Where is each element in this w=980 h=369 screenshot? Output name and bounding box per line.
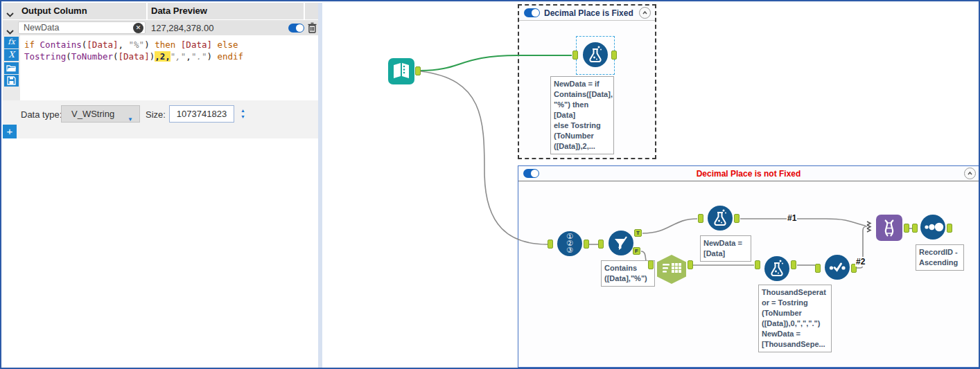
macro-input-anchor[interactable] <box>648 260 654 269</box>
multi-input-marker-icon <box>866 220 873 235</box>
flask-icon <box>764 256 789 281</box>
editor-toolbar: fx X <box>3 35 20 100</box>
delete-column-icon[interactable] <box>307 22 317 36</box>
column-divider <box>146 3 148 19</box>
collapse-icon[interactable] <box>964 168 976 179</box>
record-id-input-anchor[interactable] <box>548 240 553 249</box>
formula-fixed-annotation[interactable]: NewData = if Contains([Data], "%") then … <box>550 76 614 154</box>
sort-input-anchor[interactable] <box>912 224 918 233</box>
open-folder-icon[interactable] <box>4 62 19 74</box>
select-check-icon <box>825 255 850 280</box>
macro-output-anchor[interactable] <box>688 260 693 269</box>
container-decimal-not-fixed[interactable]: Decimal Place is not Fixed <box>518 165 979 368</box>
data-type-value: V_WString <box>71 109 114 119</box>
formula-bottom-output-anchor[interactable] <box>791 260 796 269</box>
formula-top-input-anchor[interactable] <box>698 214 703 223</box>
select-input-anchor[interactable] <box>815 264 821 273</box>
container-not-fixed-header: Decimal Place is not Fixed <box>518 166 979 181</box>
formula-top-output-anchor[interactable] <box>734 214 740 223</box>
flask-icon <box>583 42 608 67</box>
connection-1-label: #1 <box>787 213 797 223</box>
formula-line-1[interactable]: if Contains([Data], "%") then [Data] els… <box>24 39 238 50</box>
size-input[interactable]: 1073741823 <box>169 105 234 123</box>
sort-tool[interactable] <box>920 215 945 240</box>
data-type-label: Data type: <box>21 109 62 120</box>
filter-true-anchor[interactable]: T <box>634 229 642 237</box>
save-icon[interactable] <box>4 75 19 87</box>
record-id-output-anchor[interactable] <box>584 240 589 249</box>
record-id-icon: ① ② ③ <box>557 231 582 254</box>
output-field-row: NewData ✕ 127,284,378.00 <box>3 20 318 35</box>
dna-strands-icon <box>876 215 902 241</box>
book-icon <box>388 58 414 84</box>
text-input-tool[interactable] <box>388 58 414 84</box>
filter-false-anchor[interactable]: F <box>633 247 640 255</box>
data-type-dropdown[interactable]: V_WString ▼ <box>61 105 140 123</box>
column-enabled-toggle[interactable] <box>288 24 304 33</box>
clear-field-icon[interactable]: ✕ <box>133 23 143 33</box>
size-label: Size: <box>146 109 166 120</box>
filter-annotation[interactable]: Contains ([Data],"%") <box>601 260 655 287</box>
filter-tool[interactable] <box>609 231 633 255</box>
expression-editor[interactable]: fx X if Contains([Data], "%") then <box>3 35 318 100</box>
output-column-name-input[interactable]: NewData <box>18 21 146 34</box>
formula-bottom-input-anchor[interactable] <box>755 260 760 269</box>
fx-icon[interactable]: fx <box>4 37 19 48</box>
formula-config-panel: Output Column Data Preview NewData ✕ 127… <box>3 3 318 368</box>
filter-funnel-icon <box>609 231 633 255</box>
spin-up-icon[interactable]: ▲ <box>238 107 248 114</box>
container-fixed-title: Decimal Place is Fixed <box>544 8 633 18</box>
chevron-down-icon[interactable] <box>6 8 14 20</box>
formula-tool-top[interactable] <box>708 206 733 231</box>
formula-fixed-input-anchor[interactable] <box>572 51 578 60</box>
column-divider <box>304 3 305 19</box>
container-fixed-header: Decimal Place is Fixed <box>519 6 655 21</box>
add-expression-button[interactable]: + <box>3 125 17 138</box>
formula-bottom-annotation[interactable]: ThousandSeperat or = Tostring (ToNumber … <box>758 285 832 352</box>
formula-top-annotation[interactable]: NewData = [Data] <box>700 235 751 262</box>
container-not-fixed-title: Decimal Place is not Fixed <box>518 169 979 179</box>
record-id-tool[interactable]: ① ② ③ <box>557 231 582 256</box>
union-tool[interactable] <box>876 215 902 241</box>
connection-2-label: #2 <box>855 257 866 267</box>
flask-icon <box>708 206 733 231</box>
sort-output-anchor[interactable] <box>947 224 952 233</box>
select-tool[interactable] <box>825 255 850 280</box>
output-column-header: Output Column <box>21 6 87 16</box>
columns-header-row: Output Column Data Preview <box>3 3 318 19</box>
spin-down-icon[interactable]: ▼ <box>238 114 248 120</box>
data-type-band: Data type: V_WString ▼ Size: 1073741823 … <box>3 100 318 138</box>
text-input-output-anchor[interactable] <box>415 66 421 75</box>
sort-annotation[interactable]: RecordID - Ascending <box>916 244 964 271</box>
filter-input-anchor[interactable] <box>598 240 604 249</box>
sort-dots-icon <box>920 215 945 240</box>
alteryx-window: Output Column Data Preview NewData ✕ 127… <box>0 0 980 369</box>
formula-line-2[interactable]: Tostring(ToNumber([Data]),2,",",".") end… <box>24 51 243 62</box>
data-preview-value: 127,284,378.00 <box>151 23 213 33</box>
container-fixed-toggle[interactable] <box>524 8 540 17</box>
formula-tool-fixed[interactable] <box>583 42 608 67</box>
formula-tool-bottom[interactable] <box>764 256 789 281</box>
formula-fixed-output-anchor[interactable] <box>611 51 617 60</box>
chevron-down-icon: ▼ <box>128 111 133 127</box>
data-preview-header: Data Preview <box>151 6 207 16</box>
size-spinner[interactable]: ▲ ▼ <box>238 105 248 123</box>
variables-icon[interactable]: X <box>4 49 19 61</box>
collapse-icon[interactable] <box>639 7 651 19</box>
union-output-anchor[interactable] <box>904 224 909 233</box>
